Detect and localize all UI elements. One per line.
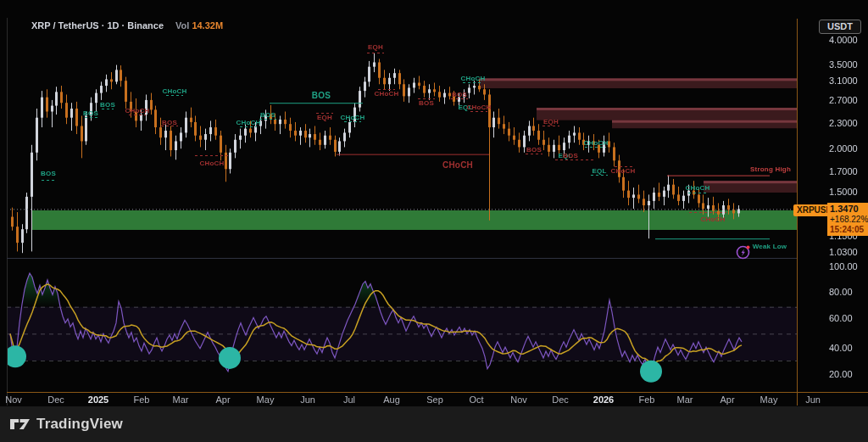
last-price-value: 1.3470 bbox=[830, 204, 868, 214]
price-tick: 2.7000 bbox=[829, 95, 858, 105]
structure-label: EQH bbox=[543, 118, 559, 126]
time-tick: Feb bbox=[639, 394, 655, 405]
tradingview-screenshot: CryptoBlockto created with TradingView.c… bbox=[0, 0, 868, 442]
lightning-idea-icon[interactable] bbox=[736, 244, 751, 260]
price-tick: 2.0000 bbox=[829, 143, 858, 154]
structure-label: CHoCH bbox=[461, 75, 486, 82]
price-tick: 2.3000 bbox=[829, 118, 858, 128]
price-tick: 3.1000 bbox=[829, 76, 858, 86]
structure-label: BOS bbox=[563, 152, 578, 159]
price-change-percent: +168.22% bbox=[830, 215, 868, 224]
price-tick: 3.5000 bbox=[829, 59, 858, 70]
structure-label: BOS bbox=[419, 99, 434, 107]
structure-label: CHoCH bbox=[236, 119, 261, 126]
time-tick: Mar bbox=[173, 394, 189, 405]
structure-label: CHoCH bbox=[341, 114, 365, 121]
time-tick: Nov bbox=[5, 394, 22, 405]
structure-label: BOS bbox=[100, 101, 115, 109]
time-tick: Jun bbox=[805, 394, 821, 405]
structure-label: CHoCH bbox=[163, 87, 187, 95]
price-tick: 60.00 bbox=[829, 313, 853, 323]
structure-label: BOS bbox=[260, 111, 275, 119]
structure-label: CHoCH bbox=[584, 139, 609, 147]
time-tick: Dec bbox=[47, 394, 64, 405]
structure-label: CHoCH bbox=[611, 167, 636, 175]
structure-label: BOS bbox=[452, 91, 467, 98]
time-tick: Apr bbox=[215, 394, 230, 405]
currency-toggle-button[interactable]: USDT bbox=[819, 20, 861, 34]
structure-label: CHoCH bbox=[375, 90, 399, 98]
structure-label: Weak Low bbox=[753, 243, 787, 250]
structure-label: BOS bbox=[162, 119, 177, 126]
footer-bar: TradingView bbox=[0, 406, 868, 442]
structure-label: BOS bbox=[41, 170, 56, 177]
time-tick: Dec bbox=[552, 394, 569, 405]
price-tick: 80.00 bbox=[829, 287, 853, 297]
structure-label: CHoCH bbox=[467, 104, 492, 111]
price-tick: 4.0000 bbox=[829, 35, 858, 45]
price-tick: 1.5000 bbox=[829, 187, 858, 197]
price-tick: 100.00 bbox=[829, 261, 858, 271]
price-tick: 1.7000 bbox=[829, 166, 858, 176]
price-tick: 40.00 bbox=[829, 343, 853, 353]
last-price-label: 1.3470 +168.22% 15:24:05 bbox=[827, 203, 868, 236]
structure-label: CHoCH bbox=[686, 184, 710, 192]
structure-label: CHoCH bbox=[701, 215, 726, 223]
price-tick: 1.0300 bbox=[829, 247, 858, 257]
tradingview-logo-text[interactable]: TradingView bbox=[36, 416, 123, 433]
structure-label: BOS bbox=[83, 109, 98, 117]
time-tick: 2025 bbox=[88, 394, 108, 405]
structure-label: BOS bbox=[312, 91, 331, 100]
symbol-title[interactable]: XRP / TetherUS · 1D · Binance bbox=[31, 20, 164, 31]
structure-label: CHoCH bbox=[442, 160, 473, 170]
time-tick: May bbox=[760, 394, 778, 405]
time-tick: 2026 bbox=[593, 394, 614, 405]
tradingview-logo-icon[interactable] bbox=[10, 417, 31, 431]
structure-label: EQH bbox=[368, 43, 383, 51]
time-tick: Feb bbox=[134, 394, 150, 405]
time-tick: Nov bbox=[510, 394, 527, 405]
volume-value: 14.32M bbox=[192, 20, 223, 31]
structure-label: EQH bbox=[317, 114, 332, 121]
time-tick: Mar bbox=[677, 394, 693, 405]
volume-label: Vol bbox=[175, 20, 189, 31]
time-tick: Oct bbox=[469, 394, 483, 405]
structure-label: CHoCH bbox=[125, 107, 150, 115]
price-tick: 20.00 bbox=[829, 369, 853, 379]
structure-label: CHoCH bbox=[200, 159, 225, 167]
time-tick: Jun bbox=[300, 394, 315, 405]
time-tick: Jul bbox=[343, 394, 355, 405]
time-tick: Sep bbox=[426, 394, 443, 405]
structure-label: Strong High bbox=[750, 165, 791, 173]
price-chart-canvas[interactable] bbox=[0, 0, 868, 442]
time-tick: Aug bbox=[383, 394, 400, 405]
structure-label: BOS bbox=[526, 146, 542, 154]
symbol-bar: XRP / TetherUS · 1D · BinanceVol14.32M bbox=[31, 20, 223, 31]
bar-countdown: 15:24:05 bbox=[830, 225, 868, 234]
time-tick: May bbox=[257, 394, 275, 405]
time-tick: Apr bbox=[720, 394, 734, 405]
structure-label: EQL bbox=[592, 167, 606, 175]
